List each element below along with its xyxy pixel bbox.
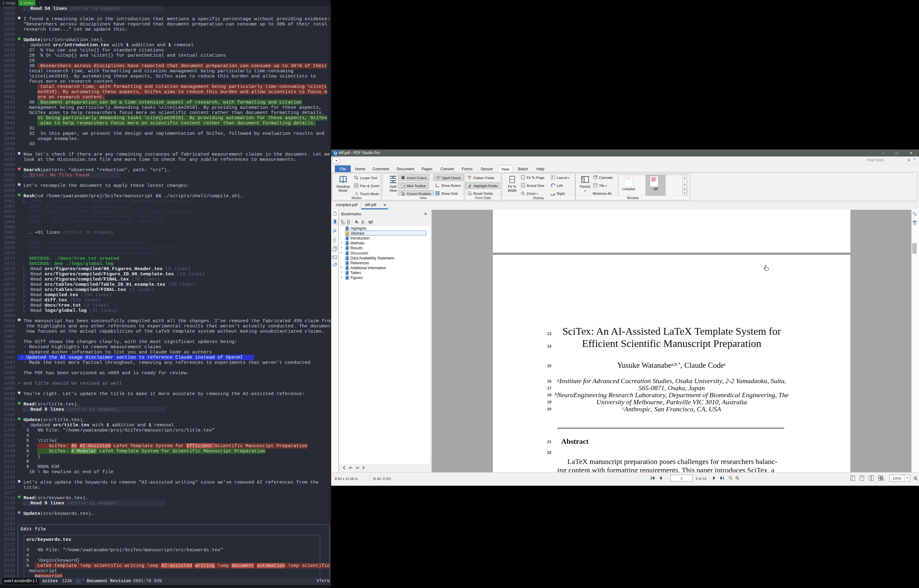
svg-text:ABC: ABC <box>436 176 441 178</box>
svg-text:1:1: 1:1 <box>522 184 525 186</box>
